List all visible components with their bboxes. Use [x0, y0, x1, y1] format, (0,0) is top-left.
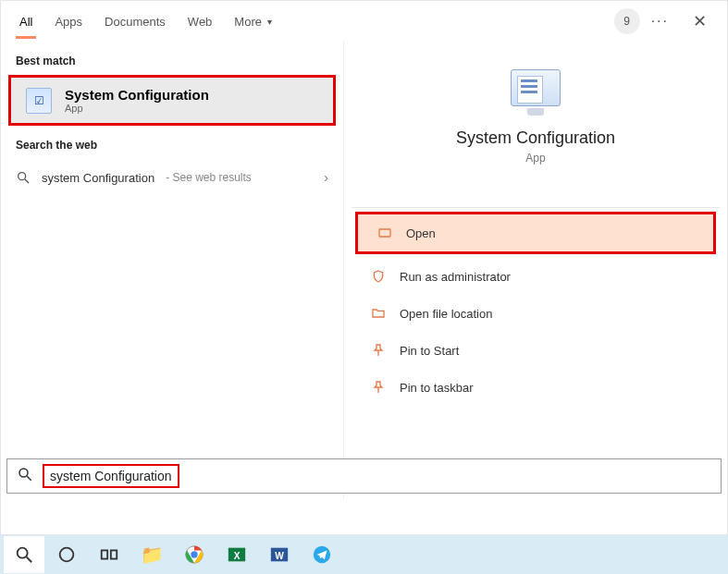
- svg-point-7: [60, 548, 74, 562]
- web-result-suffix: - See web results: [166, 171, 252, 184]
- close-icon[interactable]: ✕: [680, 11, 720, 31]
- chevron-right-icon: ›: [324, 170, 328, 185]
- pin-start-icon: [370, 343, 387, 358]
- best-match-item[interactable]: System Configuration App: [8, 75, 336, 126]
- svg-line-6: [27, 557, 32, 563]
- svg-point-3: [19, 469, 28, 477]
- search-web-header: Search the web: [1, 126, 343, 159]
- action-pin-taskbar-label: Pin to taskbar: [400, 381, 474, 395]
- filter-tabs: All Apps Documents Web More 9 ··· ✕: [1, 1, 727, 42]
- svg-point-0: [19, 173, 26, 180]
- action-run-admin-label: Run as administrator: [400, 270, 511, 284]
- search-input-value[interactable]: system Configuration: [43, 464, 179, 488]
- svg-line-1: [25, 179, 29, 183]
- svg-rect-2: [379, 229, 390, 237]
- search-panel: All Apps Documents Web More 9 ··· ✕ Best…: [0, 0, 728, 535]
- svg-text:X: X: [234, 551, 241, 561]
- taskbar-taskview-button[interactable]: [89, 536, 130, 573]
- actions-list: Open Run as administrator Open file loca…: [352, 207, 720, 406]
- svg-line-4: [27, 476, 31, 481]
- svg-point-5: [18, 548, 28, 558]
- tab-all[interactable]: All: [8, 6, 43, 38]
- best-match-subtitle: App: [65, 103, 209, 114]
- system-configuration-icon: [26, 88, 52, 114]
- action-open-location[interactable]: Open file location: [352, 295, 720, 332]
- taskbar-cortana-button[interactable]: [46, 536, 87, 573]
- action-pin-taskbar[interactable]: Pin to taskbar: [352, 369, 720, 406]
- action-open-label: Open: [406, 226, 436, 240]
- open-icon: [376, 226, 393, 240]
- more-options-icon[interactable]: ···: [640, 13, 680, 30]
- taskbar-chrome-icon[interactable]: [174, 536, 215, 573]
- folder-icon: [370, 306, 387, 321]
- preview-pane: System Configuration App Open Run as adm…: [343, 42, 727, 499]
- web-result-query: system Configuration: [42, 171, 154, 185]
- search-bar-icon: [17, 466, 33, 486]
- search-icon: [16, 170, 31, 185]
- app-preview-icon: [506, 69, 565, 119]
- svg-point-11: [191, 551, 197, 557]
- action-run-admin[interactable]: Run as administrator: [352, 258, 720, 295]
- best-match-header: Best match: [1, 42, 343, 75]
- tab-web[interactable]: Web: [177, 6, 224, 38]
- taskbar-word-icon[interactable]: W: [259, 536, 300, 573]
- taskbar-file-explorer-icon[interactable]: 📁: [131, 536, 172, 573]
- results-columns: Best match System Configuration App Sear…: [1, 42, 727, 499]
- results-left: Best match System Configuration App Sear…: [1, 42, 343, 499]
- taskbar-search-button[interactable]: [4, 536, 44, 573]
- preview-title: System Configuration: [352, 128, 720, 148]
- preview-header: System Configuration App: [352, 60, 720, 179]
- best-match-text: System Configuration App: [65, 87, 209, 114]
- svg-rect-9: [111, 550, 117, 558]
- taskbar: 📁 X W: [0, 535, 728, 574]
- pin-taskbar-icon: [370, 380, 387, 395]
- web-result-row[interactable]: system Configuration - See web results ›: [1, 159, 343, 196]
- action-pin-start[interactable]: Pin to Start: [352, 332, 720, 369]
- best-match-title: System Configuration: [65, 87, 209, 103]
- preview-subtitle: App: [352, 152, 720, 165]
- shield-icon: [370, 269, 387, 284]
- svg-rect-8: [102, 550, 107, 558]
- action-open[interactable]: Open: [355, 212, 716, 254]
- svg-text:W: W: [275, 551, 284, 561]
- taskbar-telegram-icon[interactable]: [302, 536, 342, 573]
- account-badge[interactable]: 9: [614, 8, 640, 34]
- search-input-bar[interactable]: system Configuration: [6, 458, 722, 494]
- tab-more[interactable]: More: [223, 6, 283, 38]
- taskbar-excel-icon[interactable]: X: [216, 536, 257, 573]
- tab-documents[interactable]: Documents: [93, 6, 177, 38]
- tab-apps[interactable]: Apps: [43, 6, 93, 38]
- action-pin-start-label: Pin to Start: [400, 344, 459, 358]
- action-open-location-label: Open file location: [400, 307, 492, 321]
